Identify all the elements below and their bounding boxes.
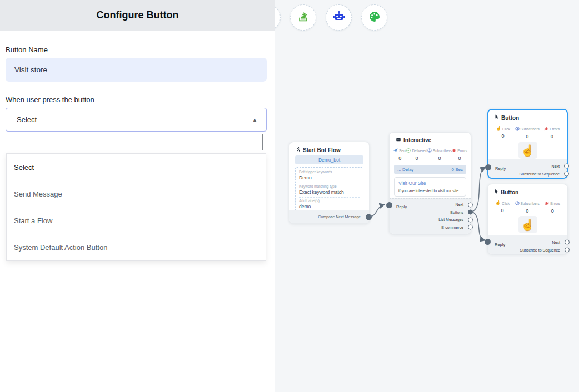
- port-next[interactable]: [468, 202, 473, 207]
- toolbar-button-bot[interactable]: [326, 4, 352, 31]
- node-button-1[interactable]: Button ☝ Click 0 Subscribers 0: [487, 109, 568, 179]
- dropdown-option-list: Select Send Message Start a Flow System …: [6, 153, 266, 261]
- port-subscribe[interactable]: [565, 248, 570, 253]
- node-start-bot-flow[interactable]: Start Bot Flow Demo_bot Bot trigger keyw…: [289, 142, 370, 224]
- option-select[interactable]: Select: [7, 154, 266, 180]
- dashed-divider-left: [0, 149, 7, 149]
- edge-buttons-to-button2: [472, 212, 483, 240]
- hand-pointer-icon: ☝: [518, 216, 537, 233]
- button-name-input[interactable]: Visit store: [6, 58, 267, 82]
- output-buttons[interactable]: Buttons: [390, 209, 471, 217]
- toolbar-button-stack[interactable]: [290, 4, 316, 31]
- send-icon: [393, 148, 398, 153]
- reply-input-port[interactable]: [386, 202, 392, 208]
- delay-row[interactable]: ... Delay 0 Sec: [394, 165, 466, 174]
- reply-input-port[interactable]: [485, 164, 491, 170]
- robot-icon: [332, 10, 346, 26]
- click-icon: ☝: [495, 201, 501, 205]
- stat-click: ☝ Click 0: [496, 127, 510, 139]
- output-next[interactable]: Next: [488, 238, 567, 246]
- button1-stats: ☝ Click 0 Subscribers 0: [488, 127, 567, 139]
- node-interactive[interactable]: Interactive Sent 0 Delivered: [389, 132, 471, 234]
- field-row: Keyword matching type Exact keyword matc…: [299, 183, 360, 198]
- stat-sent: Sent 0: [393, 148, 406, 161]
- stat-errors: Errors 0: [452, 148, 467, 161]
- node-button1-header: Button: [495, 114, 519, 121]
- stat-subscribers: Subscribers 0: [515, 127, 540, 139]
- option-send-message[interactable]: Send Message: [7, 180, 266, 207]
- message-preview[interactable]: Visit Our Site if you are interested to …: [394, 177, 466, 197]
- node-button2-header: Button: [494, 189, 518, 195]
- port-ecommerce[interactable]: [468, 225, 473, 230]
- hand-pointer-icon: ☝: [518, 142, 537, 159]
- field-row: Bot trigger keywords Demo: [299, 169, 360, 183]
- option-start-a-flow[interactable]: Start a Flow: [7, 207, 266, 234]
- node-button-2[interactable]: Button ☝ Click 0 Subscribers 0: [487, 184, 568, 254]
- action-label: When user press the button: [6, 96, 267, 104]
- subscribers-icon: [515, 201, 520, 206]
- port-buttons[interactable]: [468, 210, 473, 215]
- button1-footer: Reply Next Subscribe to Sequence: [488, 159, 567, 178]
- bot-name-badge[interactable]: Demo_bot: [295, 155, 363, 164]
- stat-subscribers: Subscribers 0: [515, 201, 540, 214]
- check-circle-icon: [406, 148, 411, 153]
- cursor-icon: [494, 189, 498, 195]
- toolbar-button-hidden[interactable]: [275, 4, 281, 31]
- selected-value: Select: [17, 115, 37, 124]
- cursor-icon: [495, 114, 499, 121]
- flow-canvas[interactable]: Start Bot Flow Demo_bot Bot trigger keyw…: [275, 0, 579, 392]
- dropdown-search-input[interactable]: [9, 134, 263, 150]
- start-footer: Compose Next Message: [290, 210, 369, 223]
- option-system-default-action-button[interactable]: System Default Action Button: [7, 234, 266, 260]
- output-subscribe[interactable]: Subscribe to Sequence: [488, 170, 567, 178]
- output-next[interactable]: Next: [488, 162, 567, 170]
- configure-button-panel: Configure Button Button Name Visit store…: [0, 0, 275, 392]
- stat-errors: Errors 0: [544, 127, 560, 139]
- reply-input-port[interactable]: [485, 239, 491, 245]
- port-next[interactable]: [565, 240, 570, 245]
- output-next[interactable]: Next: [390, 201, 471, 209]
- start-fields: Bot trigger keywords Demo Keyword matchi…: [295, 167, 363, 213]
- stat-subscribers: Subscribers 0: [427, 148, 452, 161]
- edge-buttons-to-button1: [472, 168, 484, 212]
- port-list-messages[interactable]: [468, 217, 473, 222]
- runner-icon: [296, 147, 301, 153]
- errors-icon: [545, 201, 549, 206]
- output-ecommerce[interactable]: E-commerce: [390, 224, 471, 232]
- output-list-messages[interactable]: List Messages: [390, 216, 471, 224]
- interactive-footer: Reply Next Buttons List Messages E-comme…: [390, 198, 471, 234]
- toolbar-button-theme[interactable]: [361, 4, 387, 31]
- port-subscribe[interactable]: [564, 172, 569, 177]
- dashed-divider-right: [266, 149, 278, 149]
- port-next[interactable]: [564, 164, 569, 169]
- panel-title: Configure Button: [0, 0, 275, 31]
- button2-footer: Reply Next Subscribe to Sequence: [488, 235, 567, 254]
- node-start-header: Start Bot Flow: [296, 147, 341, 153]
- card-icon: [396, 137, 401, 143]
- button2-stats: ☝ Click 0 Subscribers 0: [488, 201, 567, 214]
- palette-icon: [368, 10, 381, 26]
- errors-icon: [544, 127, 548, 132]
- subscribers-icon: [515, 127, 520, 132]
- button-name-label: Button Name: [6, 46, 267, 54]
- stat-click: ☝ Click 0: [495, 201, 510, 214]
- compose-output-port[interactable]: [366, 214, 372, 220]
- chevron-up-icon: ▲: [252, 117, 257, 123]
- edge-compose-to-reply: [370, 205, 383, 216]
- click-icon: ☝: [496, 127, 501, 131]
- output-subscribe[interactable]: Subscribe to Sequence: [488, 246, 567, 254]
- stat-delivered: Delivered 0: [406, 148, 427, 161]
- node-interactive-header: Interactive: [396, 137, 431, 143]
- stack-icon: [297, 11, 310, 25]
- stat-errors: Errors 0: [545, 201, 560, 214]
- errors-icon: [452, 148, 456, 153]
- action-select[interactable]: Select ▲: [6, 108, 267, 132]
- interactive-stats: Sent 0 Delivered 0 Subscribers: [390, 148, 471, 161]
- subscribers-icon: [427, 148, 432, 153]
